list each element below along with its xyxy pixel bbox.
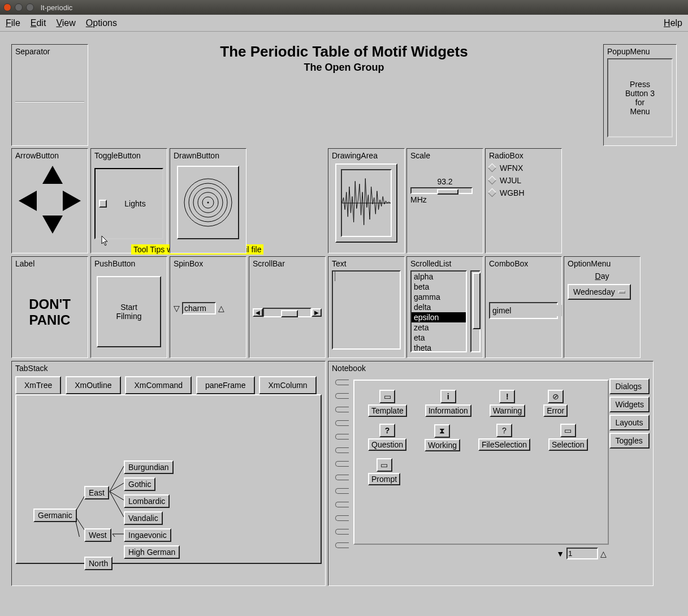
tab-xmoutline[interactable]: XmOutline: [66, 376, 120, 394]
nb-tab-toggles[interactable]: Toggles: [609, 433, 650, 449]
nb-information[interactable]: iInformation: [425, 390, 471, 417]
nb-page-next[interactable]: △: [600, 549, 607, 558]
nb-warning[interactable]: !Warning: [490, 390, 526, 417]
scale-title: Scale: [410, 151, 479, 160]
optionmenu-button[interactable]: Wednesday: [568, 284, 631, 300]
list-item[interactable]: eta: [412, 333, 466, 343]
close-window-button[interactable]: [3, 3, 11, 11]
togglebutton-title: ToggleButton: [94, 151, 163, 160]
pushbutton-widget[interactable]: Start Filming: [97, 276, 161, 347]
toggle-indicator[interactable]: [99, 200, 107, 208]
text-input[interactable]: │: [332, 270, 401, 350]
list-scrollbar[interactable]: [470, 270, 481, 352]
nb-tab-dialogs[interactable]: Dialogs: [609, 378, 650, 394]
menu-file[interactable]: File: [6, 18, 20, 28]
tree-node-vandalic[interactable]: Vandalic: [124, 511, 163, 525]
tab-paneframe[interactable]: paneFrame: [196, 376, 255, 394]
list-item[interactable]: alpha: [412, 272, 466, 282]
label-cell: Label DON'T PANIC: [11, 256, 88, 358]
spin-up-button[interactable]: △: [218, 304, 224, 313]
tab-xmtree[interactable]: XmTree: [15, 376, 61, 394]
scrollbar-track[interactable]: [263, 308, 311, 317]
drawnbutton-widget[interactable]: [177, 166, 239, 239]
nb-page-prev[interactable]: ▼: [556, 549, 564, 558]
optionmenu-title: OptionMenu: [568, 259, 637, 268]
notebook-page: ▭Template iInformation !Warning ⊘Error ?…: [353, 380, 609, 545]
tabstack-title: TabStack: [15, 364, 322, 373]
scrolledlist-cell: ScrolledList alpha beta gamma delta epsi…: [406, 256, 483, 358]
window-titlebar: lt-periodic: [0, 0, 688, 15]
tree-node-east[interactable]: East: [84, 486, 109, 499]
minimize-window-button[interactable]: [15, 3, 23, 11]
tree-node-germanic[interactable]: Germanic: [33, 509, 77, 522]
arrowbutton-cell: ArrowButton: [11, 148, 88, 253]
nb-selection[interactable]: ▭Selection: [548, 424, 588, 451]
togglebutton-label: Lights: [111, 199, 159, 208]
nb-fileselection[interactable]: ?FileSelection: [478, 424, 530, 451]
popupmenu-area[interactable]: Press Button 3 for Menu: [607, 58, 673, 137]
list-item[interactable]: zeta: [412, 322, 466, 333]
nb-prompt[interactable]: ▭Prompt: [368, 458, 400, 485]
tabstack-cell: TabStack XmTree XmOutline XmCommand pane…: [11, 361, 326, 586]
scroll-right-button[interactable]: ▶: [311, 308, 322, 317]
scale-thumb[interactable]: [437, 189, 458, 195]
spinbox-cell: SpinBox ▽ △: [170, 256, 246, 358]
tree-node-gothic[interactable]: Gothic: [124, 477, 155, 491]
list-item[interactable]: epsilon: [412, 312, 466, 322]
radio-wjul[interactable]: WJUL: [489, 176, 558, 185]
menu-edit[interactable]: Edit: [31, 18, 46, 28]
menu-view[interactable]: View: [56, 18, 75, 28]
spin-down-button[interactable]: ▽: [174, 304, 180, 313]
arrowbutton-title: ArrowButton: [15, 151, 84, 160]
arrow-up-button[interactable]: [42, 166, 63, 184]
radio-wfnx[interactable]: WFNX: [489, 163, 558, 173]
list-item[interactable]: delta: [412, 302, 466, 312]
togglebutton-widget[interactable]: Lights: [94, 168, 163, 239]
drawingarea-frame: [335, 163, 397, 243]
nb-question[interactable]: ?Question: [368, 424, 406, 451]
notebook-spiral-icon: [335, 380, 351, 545]
svg-point-5: [207, 202, 209, 204]
tree-node-north[interactable]: North: [84, 557, 112, 570]
combobox-widget[interactable]: ▾: [489, 302, 558, 319]
nb-error[interactable]: ⊘Error: [543, 390, 568, 417]
scrolledlist-widget[interactable]: alpha beta gamma delta epsilon zeta eta …: [410, 270, 467, 352]
nb-tab-layouts[interactable]: Layouts: [609, 415, 650, 430]
tree-node-highgerman[interactable]: High German: [124, 545, 180, 559]
list-scroll-thumb[interactable]: [473, 273, 481, 329]
arrow-left-button[interactable]: [19, 191, 37, 211]
optionmenu-mark-icon: [618, 291, 625, 294]
nb-working[interactable]: ⧗Working: [425, 424, 460, 451]
nb-tab-widgets[interactable]: Widgets: [609, 397, 650, 412]
nb-page-input[interactable]: [566, 548, 598, 559]
list-item[interactable]: theta: [412, 343, 466, 352]
optionmenu-label: Day: [595, 272, 609, 281]
arrow-right-button[interactable]: [63, 191, 81, 211]
menu-options[interactable]: Options: [86, 18, 117, 28]
tab-xmcommand[interactable]: XmCommand: [125, 376, 192, 394]
tree-node-burgundian[interactable]: Burgundian: [124, 460, 174, 474]
tree-node-west[interactable]: West: [84, 528, 111, 542]
scale-track[interactable]: [410, 187, 473, 194]
drawnbutton-title: DrawnButton: [174, 151, 243, 160]
tab-xmcolumn[interactable]: XmColumn: [259, 376, 316, 394]
list-item[interactable]: gamma: [412, 292, 466, 302]
spinbox-input[interactable]: [182, 302, 216, 315]
maximize-window-button[interactable]: [26, 3, 34, 11]
drawingarea-widget[interactable]: [341, 169, 392, 237]
page-title: The Periodic Table of Motif Widgets: [0, 43, 688, 61]
pushbutton-cell: PushButton Start Filming: [90, 256, 167, 358]
arrow-down-button[interactable]: [42, 216, 63, 234]
radio-wgbh[interactable]: WGBH: [489, 188, 558, 197]
tree-node-lombardic[interactable]: Lombardic: [124, 494, 170, 508]
scrollbar-thumb[interactable]: [281, 310, 298, 317]
tree-node-ingaevonic[interactable]: Ingaevonic: [124, 528, 171, 542]
list-item[interactable]: beta: [412, 282, 466, 292]
scrollbar-cell: ScrollBar ◀ ▶: [249, 256, 326, 358]
menu-help[interactable]: Help: [664, 18, 682, 28]
notebook-title: Notebook: [332, 364, 650, 373]
scale-value: 93.2: [410, 177, 479, 186]
scroll-left-button[interactable]: ◀: [253, 308, 263, 317]
nb-template[interactable]: ▭Template: [368, 390, 407, 417]
drawingarea-title: DrawingArea: [332, 151, 401, 160]
